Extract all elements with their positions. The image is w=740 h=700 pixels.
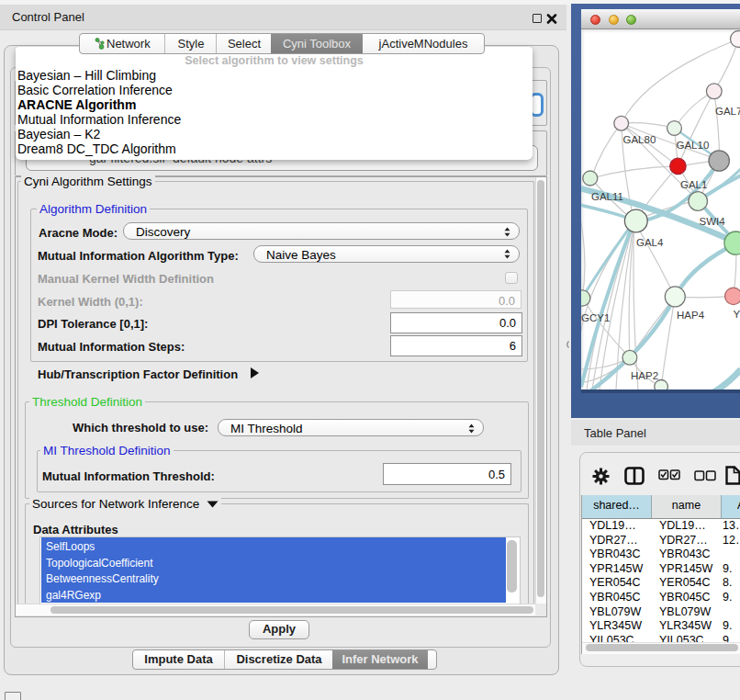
svg-text:GAL10: GAL10 bbox=[677, 140, 710, 151]
svg-text:Y: Y bbox=[734, 309, 740, 320]
svg-text:GAL80: GAL80 bbox=[623, 134, 656, 145]
svg-text:GAL7: GAL7 bbox=[715, 106, 740, 117]
svg-text:HAP2: HAP2 bbox=[631, 370, 658, 381]
svg-text:HAP4: HAP4 bbox=[677, 310, 705, 321]
svg-text:GCY1: GCY1 bbox=[581, 312, 610, 323]
svg-text:GAL11: GAL11 bbox=[591, 191, 623, 202]
svg-text:SWI4: SWI4 bbox=[700, 216, 726, 227]
svg-text:GAL1: GAL1 bbox=[680, 179, 707, 190]
svg-text:GAL4: GAL4 bbox=[636, 237, 664, 248]
